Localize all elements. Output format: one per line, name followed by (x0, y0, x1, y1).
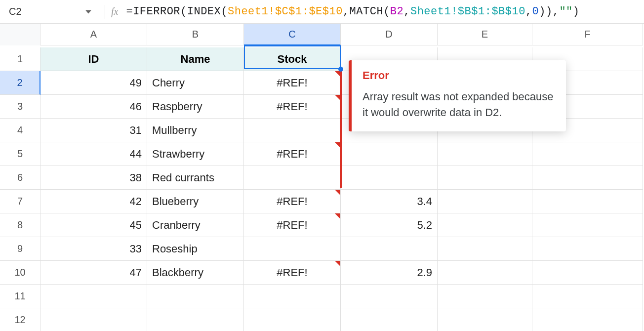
cell-D5[interactable] (341, 142, 438, 166)
cell-A12[interactable] (40, 308, 147, 331)
separator (105, 5, 105, 19)
cell-C4[interactable] (244, 119, 341, 142)
cell-A7[interactable]: 42 (40, 190, 147, 213)
cell-B6[interactable]: Red currants (147, 166, 244, 190)
cell-B3[interactable]: Raspberry (147, 95, 244, 119)
select-all-corner[interactable] (0, 24, 40, 45)
cell-A8[interactable]: 45 (40, 213, 147, 237)
cell-A10[interactable]: 47 (40, 261, 147, 285)
cell-F7[interactable] (532, 190, 643, 213)
cell-D9[interactable] (341, 237, 438, 261)
fx-icon: fx (111, 6, 118, 17)
row-header-6[interactable]: 6 (0, 166, 40, 190)
error-indicator-icon (335, 213, 340, 219)
formula-bar: C2 fx =IFERROR(INDEX(Sheet1!$C$1:$E$10,M… (0, 0, 644, 24)
row-header-8[interactable]: 8 (0, 213, 40, 237)
cell-C7[interactable]: #REF! (244, 190, 341, 213)
cell-E8[interactable] (438, 213, 532, 237)
row-header-10[interactable]: 10 (0, 261, 40, 285)
cell-B10[interactable]: Blackberry (147, 261, 244, 285)
cell-E11[interactable] (438, 285, 532, 308)
cell-A3[interactable]: 46 (40, 95, 147, 119)
tooltip-title: Error (362, 69, 555, 82)
row-header-12[interactable]: 12 (0, 308, 40, 331)
cell-F8[interactable] (532, 213, 643, 237)
cell-B12[interactable] (147, 308, 244, 331)
cell-A1[interactable]: ID (40, 47, 147, 71)
cell-C8[interactable]: #REF! (244, 213, 341, 237)
cell-E7[interactable] (438, 190, 532, 213)
cell-D11[interactable] (341, 285, 438, 308)
cell-A4[interactable]: 31 (40, 119, 147, 142)
formula-input[interactable]: =IFERROR(INDEX(Sheet1!$C$1:$E$10,MATCH(B… (126, 5, 579, 18)
cell-D8[interactable]: 5.2 (341, 213, 438, 237)
cell-B11[interactable] (147, 285, 244, 308)
cell-F6[interactable] (532, 166, 643, 190)
cell-B4[interactable]: Mullberry (147, 119, 244, 142)
name-box[interactable]: C2 (4, 0, 78, 23)
col-header-F[interactable]: F (532, 24, 643, 45)
cell-D7[interactable]: 3.4 (341, 190, 438, 213)
cell-B1[interactable]: Name (147, 47, 244, 71)
cell-C2[interactable]: #REF! (244, 71, 341, 95)
cell-A6[interactable]: 38 (40, 166, 147, 190)
cell-F9[interactable] (532, 237, 643, 261)
cell-E10[interactable] (438, 261, 532, 285)
col-header-D[interactable]: D (341, 24, 438, 45)
row-header-2[interactable]: 2 (0, 71, 40, 95)
error-indicator-icon (335, 190, 340, 195)
cell-E9[interactable] (438, 237, 532, 261)
cell-A11[interactable] (40, 285, 147, 308)
cell-F5[interactable] (532, 142, 643, 166)
row-header-9[interactable]: 9 (0, 237, 40, 261)
spill-error-bar (340, 69, 342, 188)
cell-C11[interactable] (244, 285, 341, 308)
cell-D12[interactable] (341, 308, 438, 331)
row-header-3[interactable]: 3 (0, 95, 40, 119)
name-box-dropdown[interactable] (78, 0, 99, 23)
cell-B9[interactable]: Roseship (147, 237, 244, 261)
col-header-A[interactable]: A (40, 24, 147, 45)
cell-B8[interactable]: Cranberry (147, 213, 244, 237)
row-header-11[interactable]: 11 (0, 285, 40, 308)
cell-F12[interactable] (532, 308, 643, 331)
cell-E12[interactable] (438, 308, 532, 331)
col-header-B[interactable]: B (147, 24, 244, 45)
chevron-down-icon (85, 9, 91, 15)
cell-C5[interactable]: #REF! (244, 142, 341, 166)
cell-C10[interactable]: #REF! (244, 261, 341, 285)
col-header-E[interactable]: E (438, 24, 532, 45)
row-header-5[interactable]: 5 (0, 142, 40, 166)
cell-E6[interactable] (438, 166, 532, 190)
error-indicator-icon (335, 261, 340, 266)
cell-B5[interactable]: Strawberry (147, 142, 244, 166)
col-header-C[interactable]: C (244, 24, 341, 45)
cell-A5[interactable]: 44 (40, 142, 147, 166)
cell-D10[interactable]: 2.9 (341, 261, 438, 285)
cell-D6[interactable] (341, 166, 438, 190)
row-header-4[interactable]: 4 (0, 119, 40, 142)
cell-C6[interactable] (244, 166, 341, 190)
cell-B2[interactable]: Cherry (147, 71, 244, 95)
cell-F10[interactable] (532, 261, 643, 285)
cell-C9[interactable] (244, 237, 341, 261)
cell-E5[interactable] (438, 142, 532, 166)
cell-C3[interactable]: #REF! (244, 95, 341, 119)
cell-B7[interactable]: Blueberry (147, 190, 244, 213)
fill-handle[interactable] (338, 67, 343, 72)
cell-C12[interactable] (244, 308, 341, 331)
cell-C1[interactable]: Stock (244, 47, 341, 71)
row-header-7[interactable]: 7 (0, 190, 40, 213)
cell-A2[interactable]: 49 (40, 71, 147, 95)
cell-F11[interactable] (532, 285, 643, 308)
tooltip-body: Array result was not expanded because it… (362, 89, 555, 121)
cell-A9[interactable]: 33 (40, 237, 147, 261)
error-tooltip: Error Array result was not expanded beca… (349, 60, 566, 131)
row-header-1[interactable]: 1 (0, 47, 40, 71)
